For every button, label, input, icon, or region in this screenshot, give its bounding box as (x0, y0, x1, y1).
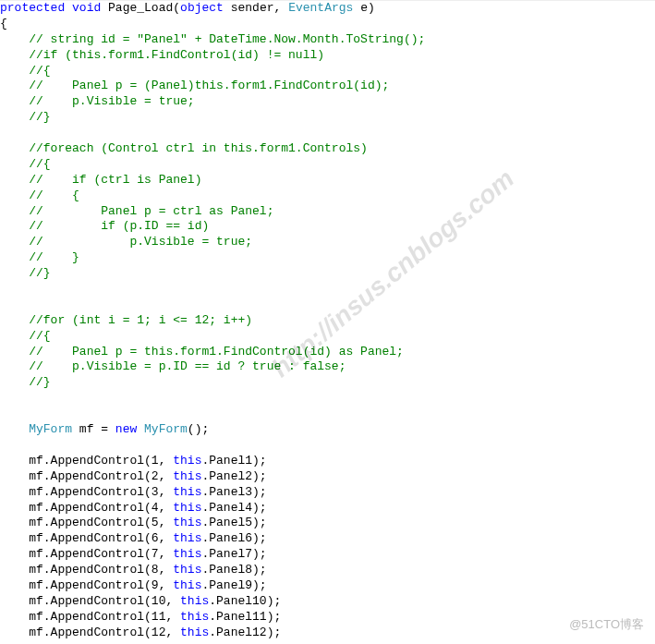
credit-text: @51CTO博客 (569, 616, 644, 633)
comment-line: // Panel p = this.form1.FindControl(id) … (29, 345, 404, 358)
comment-line: //{ (29, 329, 50, 343)
comment-line: //{ (29, 64, 50, 78)
comment-line: // string id = "Panel" + DateTime.Now.Mo… (29, 32, 425, 46)
keyword-protected: protected (0, 1, 65, 15)
comment-line: // } (29, 250, 79, 264)
comment-line: // if (ctrl is Panel) (29, 173, 201, 187)
comment-line: //{ (29, 157, 50, 171)
comment-line: // Panel p = ctrl as Panel; (29, 204, 273, 218)
decl-tail: (); (188, 422, 209, 436)
param-tail: e) (353, 1, 374, 15)
comment-line: // p.Visible = p.ID == id ? true : false… (29, 359, 346, 373)
keyword-void: void (72, 1, 101, 15)
code-block: protected void Page_Load(object sender, … (0, 0, 655, 644)
comment-line: // p.Visible = true; (29, 235, 252, 249)
param-sender: sender, (224, 1, 288, 15)
decl-var: mf = (72, 422, 115, 436)
comment-line: //} (29, 110, 50, 124)
comment-line: //foreach (Control ctrl in this.form1.Co… (29, 141, 368, 155)
comment-line: // p.Visible = true; (29, 94, 194, 108)
type-myform: MyForm (29, 422, 72, 436)
comment-line: //} (29, 375, 50, 389)
method-name: Page_Load (108, 1, 173, 15)
comment-line: //for (int i = 1; i <= 12; i++) (29, 313, 252, 327)
comment-line: //if (this.form1.FindControl(id) != null… (29, 48, 324, 62)
comment-line: // { (29, 188, 79, 202)
ctor-myform: MyForm (137, 422, 188, 436)
append-lines: mf.AppendControl(1, this.Panel1); mf.App… (0, 454, 281, 639)
brace-open: { (0, 17, 7, 30)
comment-line: //} (29, 266, 50, 280)
comment-line: // Panel p = (Panel)this.form1.FindContr… (29, 79, 389, 92)
comment-line: // if (p.ID == id) (29, 219, 209, 233)
keyword-object: object (180, 1, 224, 15)
type-eventargs: EventArgs (288, 1, 353, 15)
keyword-new: new (115, 422, 137, 436)
